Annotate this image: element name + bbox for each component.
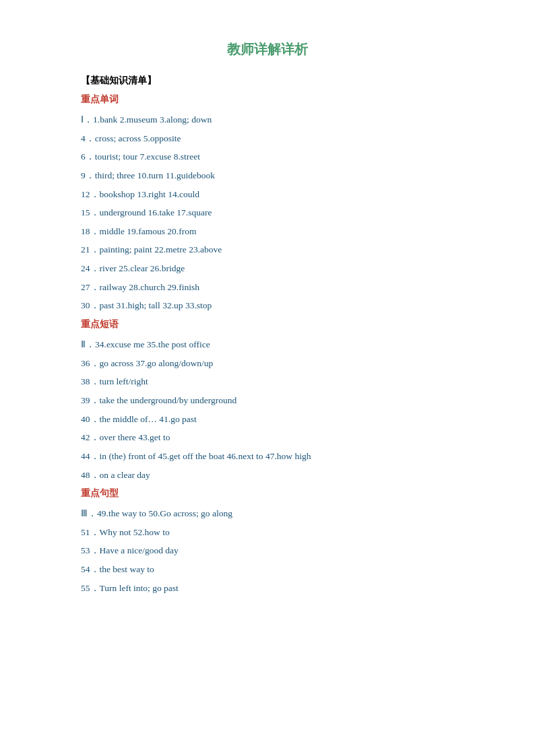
phrase-line-0: Ⅱ．34.excuse me 35.the post office xyxy=(81,336,454,353)
vocab-line-8: 24．river 25.clear 26.bridge xyxy=(81,260,454,277)
sentence-line-2: 53．Have a nice/good day xyxy=(81,542,454,559)
phrase-line-7: 48．on a clear day xyxy=(81,467,454,484)
sentence-line-4: 55．Turn left into; go past xyxy=(81,580,454,597)
phrase-line-3: 39．take the underground/by underground xyxy=(81,392,454,409)
phrase-line-6: 44．in (the) front of 45.get off the boat… xyxy=(81,448,454,465)
sentence-title: 重点句型 xyxy=(81,487,454,500)
vocab-line-0: Ⅰ．1.bank 2.museum 3.along; down xyxy=(81,111,454,129)
vocab-line-4: 12．bookshop 13.right 14.could xyxy=(81,186,454,203)
phrase-line-2: 38．turn left/right xyxy=(81,373,454,390)
sentence-line-1: 51．Why not 52.how to xyxy=(81,524,454,541)
sentence-line-0: Ⅲ．49.the way to 50.Go across; go along xyxy=(81,505,454,522)
phrase-line-5: 42．over there 43.get to xyxy=(81,429,454,446)
vocab-line-10: 30．past 31.high; tall 32.up 33.stop xyxy=(81,297,454,314)
sentence-lines: Ⅲ．49.the way to 50.Go across; go along51… xyxy=(81,505,454,596)
vocab-lines: Ⅰ．1.bank 2.museum 3.along; down4．cross; … xyxy=(81,111,454,314)
vocab-line-2: 6．tourist; tour 7.excuse 8.street xyxy=(81,148,454,166)
sentence-line-3: 54．the best way to xyxy=(81,561,454,578)
phrase-title: 重点短语 xyxy=(81,318,454,331)
vocab-line-7: 21．painting; paint 22.metre 23.above xyxy=(81,241,454,259)
vocab-line-5: 15．underground 16.take 17.square xyxy=(81,204,454,221)
page-title: 教师详解详析 xyxy=(81,40,454,59)
vocab-line-1: 4．cross; across 5.opposite xyxy=(81,130,454,147)
section1-header: 【基础知识清单】 xyxy=(81,75,454,87)
vocab-line-6: 18．middle 19.famous 20.from xyxy=(81,223,454,240)
vocab-line-9: 27．railway 28.church 29.finish xyxy=(81,279,454,296)
phrase-line-1: 36．go across 37.go along/down/up xyxy=(81,355,454,372)
phrase-line-4: 40．the middle of… 41.go past xyxy=(81,411,454,428)
vocab-line-3: 9．third; three 10.turn 11.guidebook xyxy=(81,167,454,184)
vocab-title: 重点单词 xyxy=(81,94,454,106)
phrase-lines: Ⅱ．34.excuse me 35.the post office36．go a… xyxy=(81,336,454,483)
